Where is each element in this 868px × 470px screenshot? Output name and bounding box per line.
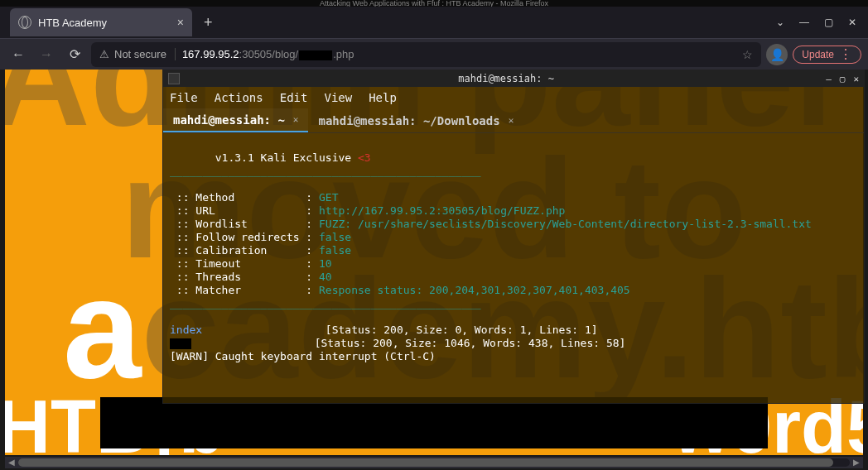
- terminal-maximize-icon[interactable]: ▢: [840, 74, 846, 84]
- tab-close-icon[interactable]: ✕: [509, 115, 514, 126]
- browser-url-bar: ← → ⟳ ⚠ Not secure 167.99.95.2:30505/blo…: [0, 38, 868, 70]
- terminal-body[interactable]: v1.3.1 Kali Exclusive <3 _______________…: [163, 133, 864, 368]
- maximize-icon[interactable]: ▢: [824, 17, 833, 28]
- url-field[interactable]: ⚠ Not secure 167.99.95.2:30505/blog/.php…: [91, 42, 761, 67]
- scroll-thumb[interactable]: [18, 458, 833, 467]
- minimize-icon[interactable]: —: [799, 17, 809, 28]
- close-window-icon[interactable]: ✕: [848, 17, 856, 28]
- terminal-close-icon[interactable]: ✕: [853, 74, 859, 84]
- forward-button[interactable]: →: [35, 43, 58, 66]
- globe-icon: [18, 16, 31, 29]
- new-tab-button[interactable]: +: [192, 14, 224, 31]
- menu-help[interactable]: Help: [369, 91, 397, 104]
- menu-file[interactable]: File: [170, 91, 198, 104]
- menu-view[interactable]: View: [324, 91, 352, 104]
- not-secure-badge[interactable]: ⚠ Not secure: [99, 48, 176, 60]
- url-text: 167.99.95.2:30505/blog/.php: [182, 48, 354, 60]
- terminal-tab-2[interactable]: mahdi@messiah: ~/Downloads ✕: [308, 108, 523, 132]
- redacted-flag: [100, 397, 768, 448]
- tab-close-icon[interactable]: ✕: [293, 114, 299, 125]
- terminal-minimize-icon[interactable]: —: [826, 74, 832, 84]
- close-icon[interactable]: ×: [177, 16, 184, 29]
- redacted-path: [299, 50, 332, 60]
- window-controls: ⌄ — ▢ ✕: [776, 17, 868, 28]
- scroll-track[interactable]: [18, 458, 850, 467]
- terminal-title: mahdi@messiah: ~: [186, 73, 826, 84]
- menu-edit[interactable]: Edit: [280, 91, 308, 104]
- reload-button[interactable]: ⟳: [63, 43, 86, 66]
- terminal-menu: File Actions Edit View Help: [163, 87, 864, 108]
- terminal-icon: [168, 73, 180, 84]
- warning-icon: ⚠: [99, 48, 109, 60]
- terminal-title-bar[interactable]: mahdi@messiah: ~ — ▢ ✕: [163, 70, 864, 87]
- terminal-tab-1[interactable]: mahdi@messiah: ~ ✕: [163, 108, 308, 132]
- update-button[interactable]: Update ⋮: [793, 46, 861, 64]
- browser-tab[interactable]: HTB Academy ×: [10, 8, 192, 36]
- firefox-title-bar: Attacking Web Applications with Ffuf : H…: [0, 0, 868, 7]
- menu-dots-icon: ⋮: [839, 50, 852, 59]
- scroll-right-icon[interactable]: ▶: [850, 457, 863, 468]
- horizontal-scrollbar[interactable]: ◀ ▶: [5, 457, 863, 468]
- profile-avatar[interactable]: 👤: [766, 44, 788, 65]
- terminal-tabs: mahdi@messiah: ~ ✕ mahdi@messiah: ~/Down…: [163, 108, 864, 133]
- terminal-window: mahdi@messiah: ~ — ▢ ✕ File Actions Edit…: [162, 70, 865, 404]
- bookmark-star-icon[interactable]: ☆: [742, 48, 753, 61]
- back-button[interactable]: ←: [7, 43, 30, 66]
- menu-actions[interactable]: Actions: [215, 91, 263, 104]
- scroll-left-icon[interactable]: ◀: [5, 457, 18, 468]
- chevron-down-icon[interactable]: ⌄: [776, 17, 784, 28]
- browser-tab-bar: HTB Academy × + ⌄ — ▢ ✕: [0, 7, 868, 38]
- tab-title: HTB Academy: [38, 17, 107, 29]
